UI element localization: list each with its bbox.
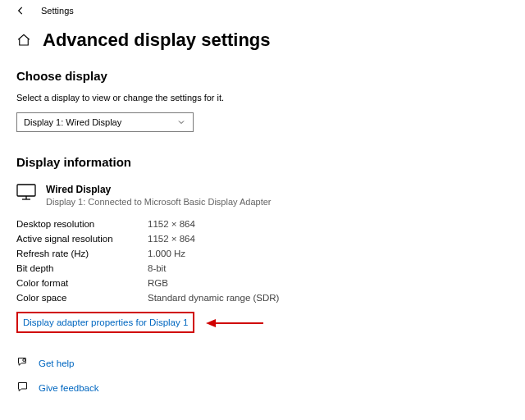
spec-row: Color space Standard dynamic range (SDR) <box>16 290 509 305</box>
spec-value: Standard dynamic range (SDR) <box>148 293 279 303</box>
spec-row: Active signal resolution 1152 × 864 <box>16 231 509 246</box>
svg-rect-0 <box>17 185 35 196</box>
spec-value: 8-bit <box>148 263 166 273</box>
display-select-value: Display 1: Wired Display <box>24 117 121 127</box>
display-info-heading: Display information <box>16 155 509 169</box>
get-help-link[interactable]: Get help <box>39 358 74 368</box>
spec-value: RGB <box>148 278 168 288</box>
spec-row: Refresh rate (Hz) 1.000 Hz <box>16 246 509 261</box>
spec-label: Refresh rate (Hz) <box>16 249 148 258</box>
adapter-properties-link[interactable]: Display adapter properties for Display 1 <box>23 317 188 327</box>
spec-row: Color format RGB <box>16 276 509 290</box>
feedback-icon <box>16 381 29 395</box>
choose-display-heading: Choose display <box>16 69 509 83</box>
display-select[interactable]: Display 1: Wired Display <box>16 112 194 132</box>
spec-value: 1152 × 864 <box>148 219 195 229</box>
back-icon[interactable] <box>15 5 26 16</box>
chevron-down-icon <box>176 117 186 127</box>
device-name: Wired Display <box>46 184 272 195</box>
device-sub: Display 1: Connected to Microsoft Basic … <box>46 197 272 207</box>
spec-value: 1.000 Hz <box>148 249 185 258</box>
spec-label: Desktop resolution <box>16 219 148 229</box>
spec-value: 1152 × 864 <box>148 234 195 244</box>
monitor-icon <box>16 184 36 200</box>
spec-row: Bit depth 8-bit <box>16 261 509 276</box>
spec-label: Bit depth <box>16 263 148 273</box>
svg-point-5 <box>23 358 25 361</box>
page-title: Advanced display settings <box>43 30 271 51</box>
spec-row: Desktop resolution 1152 × 864 <box>16 217 509 231</box>
home-icon[interactable] <box>16 33 31 48</box>
spec-label: Color space <box>16 293 148 303</box>
give-feedback-link[interactable]: Give feedback <box>39 383 99 393</box>
spec-label: Active signal resolution <box>16 234 148 244</box>
annotation-arrow-icon <box>206 317 263 329</box>
annotation-highlight-box: Display adapter properties for Display 1 <box>16 312 194 333</box>
choose-display-sub: Select a display to view or change the s… <box>16 93 509 103</box>
spec-label: Color format <box>16 278 148 288</box>
svg-marker-4 <box>206 319 216 327</box>
window-title: Settings <box>41 6 74 16</box>
spec-table: Desktop resolution 1152 × 864 Active sig… <box>16 217 509 305</box>
help-icon <box>16 356 29 371</box>
